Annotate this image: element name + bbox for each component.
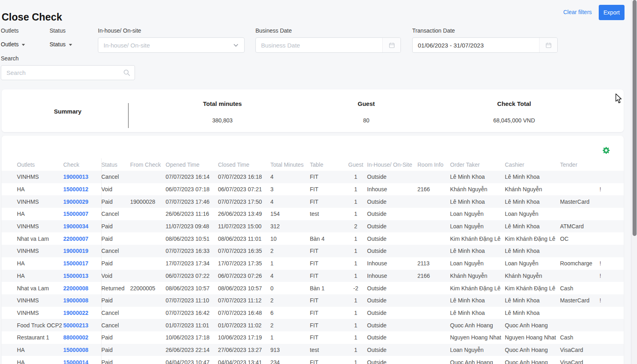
cell-from-check: 19000028 bbox=[130, 195, 166, 208]
cell-closed-time: 07/07/2023 16:18 bbox=[218, 171, 270, 183]
cell-status: Paid bbox=[101, 331, 130, 344]
cell-cashier: Kim Khánh Đặng Lê bbox=[505, 282, 560, 294]
cell-room-info bbox=[417, 356, 450, 364]
cell-guest: 1 bbox=[344, 171, 367, 183]
cell-status: Cancel bbox=[101, 171, 130, 183]
status-dropdown[interactable]: Status bbox=[50, 41, 72, 48]
check-number-link[interactable]: 15000013 bbox=[63, 273, 88, 279]
cell-inhouse-onsite: Outside bbox=[367, 208, 417, 220]
cell-total-minutes: 4 bbox=[270, 171, 310, 183]
inhouse-onsite-placeholder: In-house/ On-site bbox=[98, 42, 233, 49]
calendar-icon[interactable] bbox=[539, 38, 557, 52]
cell-from-check bbox=[130, 331, 166, 344]
stat-value: 68,045,000 VND bbox=[454, 117, 575, 124]
cell-table: FIT bbox=[310, 195, 344, 208]
cell-outlets: Nhat va Lam bbox=[2, 282, 63, 294]
cell-check: 19000034 bbox=[63, 220, 101, 233]
cell-table: FIT bbox=[310, 307, 344, 319]
stat-label: Guest bbox=[306, 100, 427, 107]
vertical-scrollbar-track[interactable] bbox=[631, 0, 637, 364]
cell-check: 22000008 bbox=[63, 282, 101, 294]
cell-check: 15000008 bbox=[63, 344, 101, 356]
cell-closed-time: 11/07/2023 15:00 bbox=[218, 220, 270, 233]
cell-status: Paid bbox=[101, 195, 130, 208]
cell-opened-time: 26/06/2023 11:16 bbox=[166, 208, 218, 220]
cell-total-minutes: 1 bbox=[270, 257, 310, 270]
check-number-link[interactable]: 19000029 bbox=[63, 199, 88, 205]
cell-from-check bbox=[130, 183, 166, 196]
clear-filters-link[interactable]: Clear filters bbox=[563, 9, 592, 15]
cell-room-info bbox=[417, 344, 450, 356]
cell-table: Bàn 1 bbox=[310, 282, 344, 294]
cell-from-check bbox=[130, 307, 166, 319]
check-number-link[interactable]: 15000017 bbox=[63, 260, 88, 267]
cell-status: Paid bbox=[101, 232, 130, 245]
calendar-icon[interactable] bbox=[382, 38, 400, 52]
cell-inhouse-onsite: Outside bbox=[367, 294, 417, 307]
check-number-link[interactable]: 15000008 bbox=[63, 347, 88, 353]
transaction-date-value: 01/06/2023 - 31/07/2023 bbox=[413, 42, 539, 49]
business-date-input[interactable]: Business Date bbox=[255, 37, 401, 53]
cell-inhouse-onsite: Outside bbox=[367, 319, 417, 331]
column-header-closed-time: Closed Time bbox=[218, 158, 270, 171]
cell-table: FIT bbox=[310, 257, 344, 270]
table-row: HA15000007Cancel26/06/2023 11:1626/06/20… bbox=[2, 208, 624, 220]
check-number-link[interactable]: 19000022 bbox=[63, 310, 88, 316]
check-number-link[interactable]: 88000002 bbox=[63, 334, 88, 341]
column-header-outlets: Outlets bbox=[2, 158, 63, 171]
cell-check: 19000022 bbox=[63, 307, 101, 319]
cell-status: Paid bbox=[101, 257, 130, 270]
check-number-link[interactable]: 19000019 bbox=[63, 248, 88, 254]
check-number-link[interactable]: 50000213 bbox=[63, 322, 88, 329]
inhouse-onsite-select[interactable]: In-house/ On-site bbox=[98, 37, 245, 53]
caret-down-icon bbox=[69, 44, 72, 46]
check-number-link[interactable]: 22000008 bbox=[63, 285, 88, 292]
cell-check: 19000013 bbox=[63, 171, 101, 183]
vertical-scrollbar-thumb[interactable] bbox=[633, 0, 637, 236]
cell-room-info bbox=[417, 245, 450, 257]
business-date-filter-label: Business Date bbox=[255, 27, 292, 34]
cell-table: FIT bbox=[310, 319, 344, 331]
cell-tender bbox=[560, 208, 598, 220]
cell-cashier: Lê Minh Khoa bbox=[505, 245, 560, 257]
column-header-room-info: Room Info bbox=[417, 158, 450, 171]
summary-stat-check-total: Check Total 68,045,000 VND bbox=[454, 100, 575, 124]
check-number-link[interactable]: 15000014 bbox=[63, 359, 88, 364]
transaction-date-input[interactable]: 01/06/2023 - 31/07/2023 bbox=[412, 37, 558, 53]
cell-check: 15000007 bbox=[63, 208, 101, 220]
cell-opened-time: 10/06/2023 17:18 bbox=[166, 331, 218, 344]
check-number-link[interactable]: 19000013 bbox=[63, 174, 88, 180]
cell-guest: 1 bbox=[344, 319, 367, 331]
cell-cashier: Quoc Anh Hoang bbox=[505, 356, 560, 364]
summary-divider bbox=[128, 103, 129, 128]
check-number-link[interactable]: 22000007 bbox=[63, 236, 88, 242]
export-button[interactable]: Export bbox=[599, 5, 625, 20]
cell-opened-time: 08/06/2023 10:57 bbox=[166, 282, 218, 294]
cell-outlets: Restaurant 1 bbox=[2, 331, 63, 344]
cell-tender: VisaCard bbox=[560, 356, 598, 364]
search-input[interactable] bbox=[1, 65, 135, 80]
cell-room-info: 2166 bbox=[417, 270, 450, 282]
outlets-dropdown[interactable]: Outlets bbox=[1, 41, 25, 48]
column-settings-button[interactable] bbox=[602, 147, 610, 155]
cell-room-info bbox=[417, 319, 450, 331]
cell-table: FIT bbox=[310, 171, 344, 183]
cell-room-info bbox=[417, 220, 450, 233]
cell-flag bbox=[598, 307, 624, 319]
check-number-link[interactable]: 19000034 bbox=[63, 223, 88, 230]
cell-tender: Roomcharge bbox=[560, 257, 598, 270]
check-number-link[interactable]: 15000007 bbox=[63, 211, 88, 217]
cell-flag bbox=[598, 245, 624, 257]
cell-cashier: Quoc Anh Hoang bbox=[505, 344, 560, 356]
check-number-link[interactable]: 19000008 bbox=[63, 297, 88, 304]
cell-opened-time: 06/07/2023 07:18 bbox=[166, 183, 218, 196]
check-number-link[interactable]: 15000012 bbox=[63, 186, 88, 192]
transaction-date-filter-label: Transaction Date bbox=[412, 27, 455, 34]
cell-from-check bbox=[130, 220, 166, 233]
cell-outlets: HA bbox=[2, 344, 63, 356]
cell-outlets: Nhat va Lam bbox=[2, 232, 63, 245]
cell-closed-time: 08/06/2023 10:57 bbox=[218, 282, 270, 294]
cell-tender bbox=[560, 245, 598, 257]
cell-tender: VisaCard bbox=[560, 344, 598, 356]
cell-opened-time: 08/06/2023 10:51 bbox=[166, 232, 218, 245]
